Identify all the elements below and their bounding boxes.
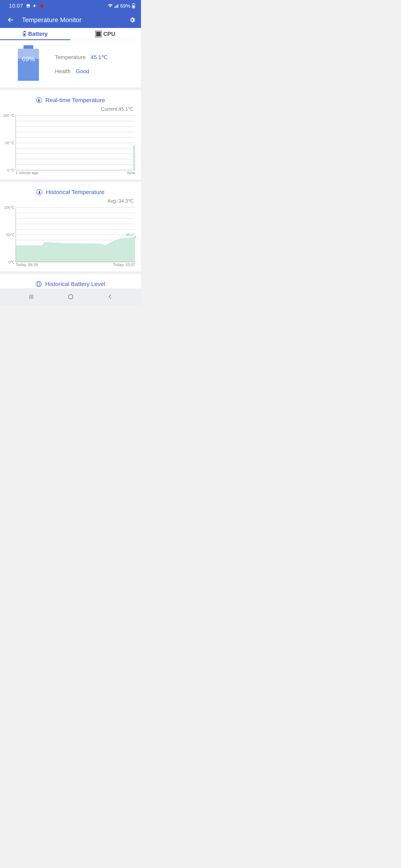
status-right: 69% — [108, 3, 135, 9]
temperature-row: Temperature 45.1℃ — [55, 54, 135, 60]
svg-rect-4 — [116, 5, 117, 8]
page-title: Temperature Monitor — [16, 16, 128, 24]
svg-point-1 — [40, 4, 44, 8]
realtime-sub-value: 45.1℃ — [118, 106, 134, 112]
play-verify-icon — [33, 4, 37, 8]
historical-y-axis: 100℃ 50℃ 0℃ — [5, 207, 16, 262]
realtime-y-axis: 100 ℃ 50 ℃ 0 ℃ — [5, 116, 16, 170]
realtime-sub-prefix: Current: — [101, 106, 118, 112]
home-button[interactable] — [67, 293, 74, 300]
historical-title: Historical Temperature — [0, 182, 141, 197]
status-bar: 10:07 69% — [0, 0, 141, 12]
svg-rect-2 — [114, 7, 115, 8]
historical-battery-title-text: Historical Battery Level — [45, 281, 105, 287]
photos-icon — [26, 4, 30, 8]
app-bar: Temperature Monitor — [0, 12, 141, 28]
battery-info: Temperature 45.1℃ Health Good — [55, 50, 135, 76]
temperature-label: Temperature — [55, 54, 86, 60]
y-tick: 0℃ — [8, 260, 15, 265]
realtime-chart: 100 ℃ 50 ℃ 0 ℃ 1 minute ago Now — [0, 114, 141, 179]
x-left: 1 minute ago — [16, 170, 38, 175]
battery-summary-card: 69% Temperature 45.1℃ Health Good — [0, 40, 141, 88]
back-nav-button[interactable] — [107, 294, 113, 300]
settings-button[interactable] — [128, 15, 137, 25]
historical-subtitle: Avg.:34.3℃ — [0, 197, 141, 206]
y-tick: 50 ℃ — [5, 141, 15, 145]
signal-icon — [114, 4, 119, 8]
y-tick: 0 ℃ — [7, 168, 15, 173]
warning-icon — [40, 4, 44, 8]
realtime-bar — [133, 145, 135, 170]
health-value: Good — [76, 68, 89, 74]
historical-card: Historical Temperature Avg.:34.3℃ 100℃ 5… — [0, 182, 141, 271]
svg-rect-8 — [133, 5, 135, 8]
recent-apps-button[interactable] — [28, 294, 34, 300]
x-right: Today, 10:07 — [113, 262, 135, 267]
status-time: 10:07 — [9, 3, 23, 9]
historical-title-text: Historical Temperature — [46, 189, 105, 195]
tab-battery-label: Battery — [28, 31, 48, 37]
status-left: 10:07 — [9, 3, 44, 9]
historical-sub-prefix: Avg.: — [108, 198, 119, 204]
realtime-title: Real-time Temperature — [0, 90, 141, 105]
realtime-card: Real-time Temperature Current:45.1℃ 100 … — [0, 90, 141, 179]
y-tick: 50℃ — [6, 232, 15, 237]
y-tick: 100 ℃ — [3, 113, 15, 118]
battery-icon — [36, 281, 42, 287]
x-right: Now — [127, 170, 135, 175]
x-left: Today, 08:39 — [16, 262, 38, 267]
realtime-x-axis: 1 minute ago Now — [5, 170, 135, 176]
y-tick: 100℃ — [4, 205, 15, 210]
tab-cpu-label: CPU — [103, 31, 115, 37]
historical-battery-title: Historical Battery Level — [0, 274, 141, 289]
svg-rect-3 — [115, 6, 116, 8]
battery-percentage: 69% — [18, 55, 39, 63]
svg-rect-13 — [68, 294, 73, 299]
android-nav-bar — [0, 288, 141, 305]
wifi-icon — [108, 4, 113, 8]
tab-battery[interactable]: Battery — [0, 28, 70, 40]
historical-end-label: 45.1° — [126, 232, 135, 237]
temperature-value: 45.1℃ — [91, 54, 108, 60]
battery-status-icon — [132, 3, 135, 8]
status-battery-pct: 69% — [120, 3, 131, 9]
realtime-plot — [16, 116, 135, 170]
historical-x-axis: Today, 08:39 Today, 10:07 — [5, 262, 135, 268]
historical-end-dot — [134, 236, 136, 238]
svg-rect-5 — [117, 4, 118, 8]
thermometer-icon — [36, 97, 42, 103]
historical-area — [16, 207, 135, 262]
thermometer-icon — [36, 189, 42, 195]
health-row: Health Good — [55, 68, 135, 74]
realtime-title-text: Real-time Temperature — [46, 97, 105, 103]
historical-sub-value: 34.3℃ — [118, 198, 134, 204]
battery-icon — [23, 32, 26, 36]
historical-chart: 100℃ 50℃ 0℃ 45.1° Today, 08:39 — [0, 206, 141, 271]
historical-plot: 45.1° — [16, 207, 135, 262]
tabs: Battery CPU — [0, 28, 141, 40]
health-label: Health — [55, 68, 71, 74]
realtime-subtitle: Current:45.1℃ — [0, 105, 141, 114]
back-button[interactable] — [5, 14, 16, 25]
cpu-chip-icon — [96, 32, 101, 36]
battery-graphic: 69% — [14, 45, 43, 81]
tab-cpu[interactable]: CPU — [70, 28, 141, 40]
